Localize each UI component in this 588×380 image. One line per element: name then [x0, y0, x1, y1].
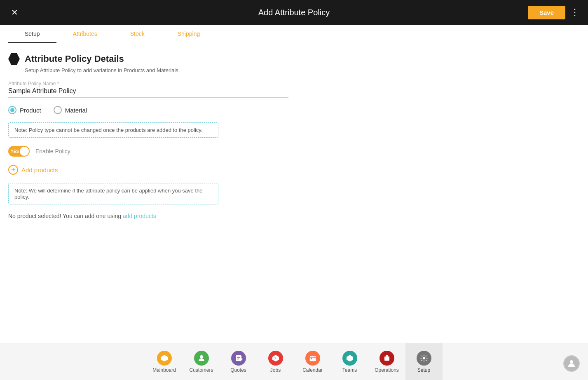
note-policy-type: Note: Policy type cannot be changed once… [8, 122, 218, 138]
toggle-thumb [20, 147, 29, 156]
svg-point-16 [570, 360, 573, 364]
nav-quotes[interactable]: Quotes [220, 343, 257, 380]
radio-material-label: Material [65, 107, 87, 114]
page-title: Add Attribute Policy [258, 8, 330, 17]
svg-point-1 [200, 355, 203, 359]
customers-icon [194, 351, 209, 366]
setup-icon [417, 351, 431, 366]
enable-policy-row: YES Enable Policy [8, 146, 580, 157]
nav-customers-label: Customers [189, 367, 213, 373]
bottom-nav: Mainboard Customers Quotes J [0, 343, 588, 380]
svg-rect-14 [384, 357, 389, 361]
tabs-bar: Setup Attributes Stock Shipping [0, 25, 588, 43]
svg-marker-0 [161, 355, 168, 361]
nav-operations[interactable]: Operations [368, 343, 405, 380]
nav-customers[interactable]: Customers [183, 343, 220, 380]
close-button[interactable]: ✕ [8, 7, 21, 17]
nav-mainboard-label: Mainboard [152, 367, 176, 373]
field-value[interactable]: Sample Attribute Policy [8, 87, 288, 98]
section-title: Attribute Policy Details [25, 54, 124, 64]
nav-teams[interactable]: Teams [331, 343, 368, 380]
enable-policy-label: Enable Policy [35, 148, 70, 155]
radio-material-indicator [54, 106, 62, 114]
header-actions: Save ⋮ [528, 6, 580, 19]
nav-calendar[interactable]: Calendar [294, 343, 331, 380]
svg-rect-12 [311, 358, 312, 359]
section-subtitle: Setup Attribute Policy to add variations… [8, 67, 580, 73]
operations-icon [380, 351, 394, 366]
add-products-label: Add products [21, 167, 58, 174]
jobs-icon: J [268, 351, 283, 366]
field-label: Attribute Policy Name * [8, 81, 580, 87]
nav-setup[interactable]: Setup [405, 343, 443, 380]
svg-text:J: J [274, 357, 276, 360]
tab-attributes[interactable]: Attributes [56, 25, 114, 43]
more-options-button[interactable]: ⋮ [570, 7, 580, 18]
quotes-icon [231, 351, 246, 366]
section-header: Attribute Policy Details [8, 53, 580, 65]
svg-marker-13 [347, 355, 353, 361]
tab-stock[interactable]: Stock [114, 25, 161, 43]
save-button[interactable]: Save [528, 6, 565, 19]
nav-teams-label: Teams [342, 367, 357, 373]
tab-shipping[interactable]: Shipping [161, 25, 217, 43]
nav-operations-label: Operations [375, 367, 399, 373]
radio-material[interactable]: Material [54, 106, 87, 114]
svg-point-15 [423, 357, 425, 359]
user-avatar[interactable] [563, 355, 580, 372]
nav-jobs[interactable]: J Jobs [257, 343, 294, 380]
nav-calendar-label: Calendar [302, 367, 323, 373]
add-products-button[interactable]: + Add products [8, 165, 580, 175]
nav-setup-label: Setup [417, 367, 430, 373]
teams-icon [342, 351, 357, 366]
calendar-icon [305, 351, 320, 366]
radio-product-indicator [8, 106, 16, 114]
note-save: Note: We will determine if the attribute… [8, 183, 218, 204]
toggle-yes-label: YES [11, 149, 19, 154]
add-products-link[interactable]: add products [123, 213, 156, 219]
add-products-icon: + [8, 165, 18, 175]
header: ✕ Add Attribute Policy Save ⋮ [0, 0, 588, 25]
section-icon [8, 53, 20, 65]
svg-marker-6 [272, 355, 279, 361]
enable-policy-toggle[interactable]: YES [8, 146, 30, 157]
nav-quotes-label: Quotes [230, 367, 246, 373]
radio-product[interactable]: Product [8, 106, 41, 114]
nav-mainboard[interactable]: Mainboard [146, 343, 183, 380]
main-content: Attribute Policy Details Setup Attribute… [0, 43, 588, 343]
attribute-policy-name-field: Attribute Policy Name * Sample Attribute… [8, 81, 580, 98]
mainboard-icon [157, 351, 172, 366]
nav-jobs-label: Jobs [270, 367, 281, 373]
tab-setup[interactable]: Setup [8, 25, 56, 43]
radio-product-label: Product [20, 107, 41, 114]
policy-type-radio-group: Product Material [8, 106, 580, 114]
no-product-message: No product selected! You can add one usi… [8, 213, 580, 219]
svg-rect-8 [309, 356, 316, 361]
